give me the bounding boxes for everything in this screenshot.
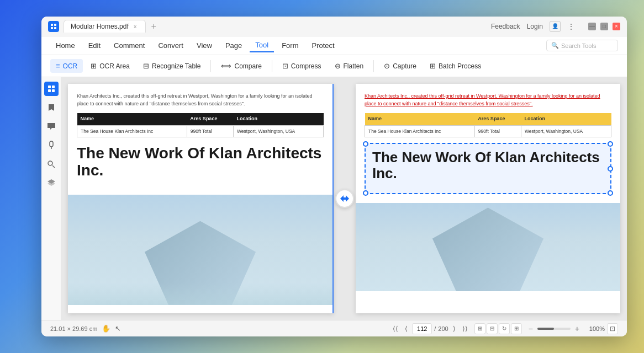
new-tab-btn[interactable]: + (148, 20, 160, 33)
batch-process-btn[interactable]: ⊞ Batch Process (424, 59, 487, 73)
zoom-out-btn[interactable]: − (526, 324, 535, 333)
page-separator: / (434, 325, 436, 332)
page-dimensions: 21.01 × 29.69 cm (50, 325, 97, 332)
close-btn[interactable]: × (613, 23, 620, 30)
fit-width-btn[interactable]: ⊞ (474, 323, 485, 334)
svg-marker-13 (47, 181, 55, 186)
flatten-label: Flatten (344, 62, 364, 70)
compare-arrow-btn[interactable] (335, 189, 354, 208)
handle-br[interactable] (608, 190, 613, 196)
page-number-input[interactable] (412, 323, 432, 334)
last-page-btn[interactable]: ⟩⟩ (460, 324, 470, 334)
right-table-header-area: Ares Space (474, 113, 521, 125)
zoom-in-btn[interactable]: + (573, 324, 582, 333)
menu-item-home[interactable]: Home (50, 39, 81, 52)
left-table-header-area: Ares Space (187, 113, 233, 125)
menu-item-tool[interactable]: Tool (250, 39, 274, 52)
recognize-table-label: Recognize Table (152, 62, 201, 70)
svg-rect-1 (54, 24, 56, 26)
left-table-cell-area: 990ft Total (187, 125, 233, 137)
left-table-row: The Sea House Klan Architects Inc 990ft … (77, 125, 324, 137)
left-intro-text: Khan Architects Inc., created this off-g… (77, 93, 324, 108)
svg-rect-3 (54, 27, 56, 29)
left-info-table: Name Ares Space Location The Sea House K… (77, 113, 324, 137)
capture-btn[interactable]: ⊙ Capture (378, 59, 422, 73)
svg-rect-7 (52, 89, 55, 92)
right-heading: The New Work Of Klan Architects Inc. (372, 149, 604, 181)
status-bar: 21.01 × 29.69 cm ✋ ↖ ⟨⟨ ⟨ / 200 ⟩ ⟩⟩ ⊞ ⊟… (41, 320, 627, 336)
feedback-link[interactable]: Feedback (491, 23, 520, 30)
ocr-btn[interactable]: ≡ OCR (50, 59, 83, 73)
compare-label: Compare (234, 62, 261, 70)
app-logo (48, 21, 59, 32)
toolbar-sep-1 (210, 60, 211, 72)
menu-search[interactable]: 🔍 Search Tools (546, 40, 618, 51)
handle-rm[interactable] (608, 166, 613, 172)
right-table-row: The Sea House Klan Architects Inc 990ft … (365, 125, 611, 137)
sidebar (41, 77, 61, 320)
ocr-area-icon: ⊞ (91, 62, 97, 70)
right-table-cell-name: The Sea House Klan Architects Inc (365, 125, 475, 137)
user-icon[interactable]: 👤 (550, 21, 561, 32)
batch-label: Batch Process (439, 62, 481, 70)
fit-page-btn[interactable]: ⊟ (487, 323, 498, 334)
zoom-slider[interactable] (537, 328, 571, 330)
prev-page-btn[interactable]: ⟨ (403, 324, 410, 334)
compress-btn[interactable]: ⊡ Compress (277, 59, 327, 73)
menu-item-form[interactable]: Form (276, 39, 304, 52)
menu-item-edit[interactable]: Edit (83, 39, 106, 52)
left-table-cell-name: The Sea House Klan Architects Inc (77, 125, 187, 137)
sidebar-icon-comment[interactable] (44, 119, 59, 133)
right-page-content: Khan Architects Inc., created this off-g… (356, 84, 620, 203)
next-page-btn[interactable]: ⟩ (451, 324, 458, 334)
handle-bl[interactable] (363, 190, 368, 196)
tab-close-btn[interactable]: × (132, 23, 139, 30)
menu-dots[interactable]: ⋮ (567, 22, 575, 31)
svg-rect-8 (50, 141, 53, 147)
hand-tool-icon[interactable]: ✋ (102, 324, 110, 333)
sidebar-icon-bookmark[interactable] (44, 100, 59, 115)
svg-rect-5 (52, 85, 55, 88)
flatten-btn[interactable]: ⊖ Flatten (329, 59, 369, 73)
minimize-btn[interactable]: — (588, 23, 596, 30)
sidebar-icon-attachment[interactable] (44, 138, 59, 152)
menu-item-comment[interactable]: Comment (108, 39, 150, 52)
login-link[interactable]: Login (527, 23, 543, 30)
rotate-btn[interactable]: ↻ (499, 323, 510, 334)
menu-item-page[interactable]: Page (220, 39, 247, 52)
capture-icon: ⊙ (384, 62, 390, 70)
recognize-table-icon: ⊟ (143, 62, 149, 70)
handle-tr[interactable] (608, 141, 613, 147)
recognize-table-btn[interactable]: ⊟ Recognize Table (138, 59, 207, 73)
sidebar-icon-search[interactable] (44, 157, 59, 171)
svg-rect-4 (48, 85, 51, 88)
sidebar-icon-pages[interactable] (44, 82, 59, 96)
compare-btn[interactable]: ⟺ Compare (215, 59, 267, 73)
menu-bar: Home Edit Comment Convert View Page Tool… (41, 36, 627, 55)
zoom-slider-fill (537, 328, 554, 330)
first-page-btn[interactable]: ⟨⟨ (390, 324, 400, 334)
menu-item-convert[interactable]: Convert (152, 39, 189, 52)
maximize-btn[interactable]: □ (600, 23, 608, 30)
titlebar-right: Feedback Login 👤 ⋮ — □ × (491, 21, 620, 32)
right-building-image (356, 203, 620, 291)
pdf-tab[interactable]: Modular Homes.pdf × (64, 20, 146, 33)
page-nav: ⟨⟨ ⟨ / 200 ⟩ ⟩⟩ (390, 323, 469, 334)
right-building-shape (409, 203, 567, 291)
menu-item-protect[interactable]: Protect (307, 39, 340, 52)
grid-btn[interactable]: ⊞ (511, 323, 522, 334)
fullscreen-btn[interactable]: ⊡ (607, 323, 618, 334)
svg-line-11 (52, 165, 55, 168)
ocr-area-btn[interactable]: ⊞ OCR Area (85, 59, 135, 73)
cursor-tool-icon[interactable]: ↖ (115, 324, 121, 333)
compress-label: Compress (291, 62, 321, 70)
menu-item-view[interactable]: View (191, 39, 218, 52)
ocr-area-label: OCR Area (99, 62, 130, 70)
handle-tl[interactable] (363, 141, 368, 147)
compare-icon: ⟺ (221, 62, 231, 70)
sidebar-icon-layers[interactable] (44, 175, 59, 190)
right-heading-selected[interactable]: The New Work Of Klan Architects Inc. (365, 143, 611, 194)
right-table-cell-area: 990ft Total (474, 125, 521, 137)
pdf-page-right: Khan Architects Inc., created this off-g… (356, 84, 620, 313)
left-heading: The New Work Of Klan Architects Inc. (77, 145, 324, 179)
